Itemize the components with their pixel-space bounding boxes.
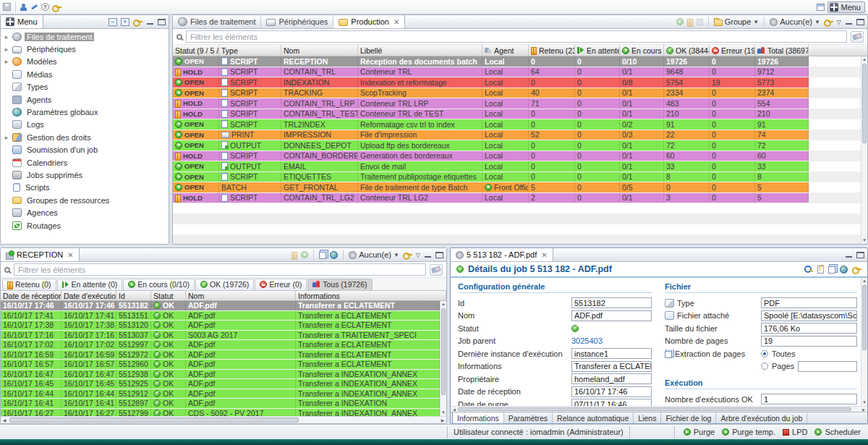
production-row[interactable]: OPENSCRIPTTRL2INDEXReformatage csv trl t… [173,119,809,130]
reception-row[interactable]: 16/10/17 17:4116/10/17 17:415513151OKADF… [1,311,440,321]
column-header-agent[interactable]: Agent [482,45,529,56]
status-tab-retenu-0[interactable]: Retenu (0) [2,279,56,290]
stop-queue-icon[interactable] [697,19,703,25]
bottom-tab-liens[interactable]: Liens [634,412,661,423]
reception-filter-input[interactable]: Filtrer les éléments [14,263,426,276]
status-tab-en-cours-0-10[interactable]: En cours (0/10) [123,279,195,290]
clear-filter-button[interactable] [851,31,864,43]
reception-row[interactable]: 16/10/17 17:1616/10/17 17:165513037OKS00… [1,331,440,340]
production-row[interactable]: OPENPRINTIMPRESSIONFile d'impressionLoca… [173,130,809,140]
status-tab-en-attente-0[interactable]: En attente (0) [57,279,123,290]
start-queue-icon[interactable] [676,18,684,25]
production-row[interactable]: HOLDSCRIPTCONTAIN_TRL_LG2Conteneur TRL L… [173,193,809,203]
column-header-erreur-19[interactable]: Erreur (19) [710,45,755,56]
group-button[interactable]: Groupe ▼ [714,17,760,26]
field-input[interactable]: 19 [761,336,857,347]
production-row[interactable]: HOLDSCRIPTCONTAIN_TRLConteneur TRLLocal6… [173,67,809,77]
status-tab-erreur-0[interactable]: Erreur (0) [255,279,307,290]
column-header-date-de-r-ception[interactable]: Date de réception▼ [1,291,61,300]
vertical-scrollbar[interactable]: ▲ ▼ [861,278,867,406]
minimize-icon[interactable] [845,252,853,258]
close-icon[interactable]: ✕ [541,251,547,259]
column-header-date-d-ex-cution[interactable]: Date d'exécution [61,291,116,300]
view-file-icon[interactable] [804,266,813,273]
menu-item-routages[interactable]: Routages [1,219,169,232]
reception-row[interactable]: 16/10/17 16:4516/10/17 16:455512925OKADF… [1,379,440,389]
menu-item-gestion-des-droits[interactable]: ▸Gestion des droits [1,131,169,143]
menu-item-agents[interactable]: Agents [1,93,169,106]
production-row[interactable]: HOLDSCRIPTCONTAIN_TRL_TESTConteneur TRL … [173,109,809,119]
reception-row[interactable]: 16/10/17 16:2716/10/17 16:275512799OKCDS… [1,409,440,417]
view-settings-icon[interactable] [133,19,142,25]
production-row[interactable]: HOLDSCRIPTCONTAIN_TRL_LRPConteneur TRL L… [173,98,809,109]
job-parent-link[interactable]: 3025403 [571,336,603,345]
menu-item-soumission-d-un-job[interactable]: Soumission d'un job [1,144,169,156]
view-menu-icon[interactable]: ▽ [416,252,420,258]
production-row[interactable]: OPENOUTPUTDONNEES_DEPOTUpload ftp des bo… [173,140,809,151]
open-perspective-icon[interactable] [817,4,825,11]
attachment-icon[interactable] [817,266,824,274]
reception-row[interactable]: 16/10/17 16:5716/10/17 16:575512960OKADF… [1,360,440,369]
column-header-en-attente-0[interactable]: En attente (0 [575,45,620,56]
bottom-tab-informations[interactable]: Informations [452,412,504,423]
field-input[interactable]: 5513182 [571,297,652,308]
release-icon[interactable] [301,251,308,258]
field-input[interactable]: 176,06 Ko [761,323,857,334]
maximize-icon[interactable] [158,19,166,25]
production-row[interactable]: OPENOUTPUTEMAILEnvoi de mailLocal000/133… [173,161,809,171]
column-header-informations[interactable]: Informations [296,291,446,300]
radio-toutes[interactable] [761,350,768,357]
status-tab-ok-19726[interactable]: OK (19726) [195,279,254,290]
menu-item-m-dias[interactable]: Médias [1,68,169,80]
view-settings-icon[interactable] [403,252,412,258]
column-header-statut-9-5-0[interactable]: Statut (9 / 5 / 0 [173,45,219,56]
field-input[interactable]: instance1 [571,348,652,359]
field-input[interactable]: homeland_adf [571,373,652,384]
field-input[interactable]: Spoolé [E:\datasyscom\ScopIOM\JOBS\182\5… [761,310,857,321]
close-icon[interactable]: ✕ [67,251,73,259]
menu-item-logs[interactable]: Logs [1,119,169,131]
filter-none-button[interactable]: Aucun(e) ▼ [770,17,820,26]
tab-files-de-traitement[interactable]: Files de traitement [173,15,261,28]
reception-view-tab[interactable]: RECEPTION ✕ [1,248,80,261]
menu-item-files-de-traitement[interactable]: ▸Files de traitement [1,30,169,43]
menu-view-tab[interactable]: Menu [1,15,43,28]
column-header-total-38697[interactable]: Total (38697)▼ [755,45,809,56]
field-input[interactable]: ADF.pdf [571,310,652,321]
bottom-tab-fichier-de-log[interactable]: Fichier de log [661,412,716,423]
hold-icon[interactable] [292,252,297,258]
bottom-tab-arbre-d-ex-cution-du-job[interactable]: Arbre d'exécution du job [716,412,807,423]
expand-all-icon[interactable]: + [121,18,129,26]
hold-queue-icon[interactable] [687,19,693,25]
menu-item-calendriers[interactable]: Calendriers [1,156,169,169]
bottom-tab-param-tres[interactable]: Paramètres [504,412,553,423]
production-row[interactable]: OPENSCRIPTINDEXATIONIndexation et reform… [173,77,809,88]
maximize-icon[interactable] [435,252,443,258]
menu-item-mod-les[interactable]: ▸Modèles [1,56,169,68]
vertical-scrollbar[interactable]: ▲ ▼ [861,56,867,244]
column-header-retenu-234[interactable]: Retenu (234) [529,45,575,56]
column-header-en-cours-0[interactable]: En cours (0) [620,45,664,56]
job-settings-icon[interactable] [852,266,861,272]
menu-item-agences[interactable]: Agences [1,206,169,219]
reception-row[interactable]: 16/10/17 16:4116/10/17 16:415512897OKADF… [1,399,440,408]
help-icon[interactable]: ? [41,3,49,11]
reception-row[interactable]: 16/10/17 16:4416/10/17 16:445512912OKADF… [1,389,440,399]
reception-row[interactable]: 16/10/17 17:0216/10/17 17:025512997OKADF… [1,340,440,349]
tab-p-riph-riques[interactable]: Périphériques [261,15,333,28]
maximize-icon[interactable] [856,19,864,25]
menu-item-jobs-supprim-s[interactable]: Jobs supprimés [1,169,169,181]
field-input[interactable]: 16/10/17 17:46 [571,386,652,397]
job-detail-tab[interactable]: 5 513 182 - ADF.pdf ✕ [451,248,553,261]
menu-item-p-riph-riques[interactable]: ▸Périphériques [1,43,169,55]
view-settings-icon[interactable] [824,19,833,25]
globe-icon[interactable] [330,251,338,259]
reception-row[interactable]: 16/10/17 17:3816/10/17 17:385513120OKADF… [1,321,440,330]
column-header-nom[interactable]: Nom [281,45,358,56]
horizontal-scrollbar[interactable]: ◀ ▶ [1,416,446,423]
close-icon[interactable]: ✕ [393,18,399,26]
production-row[interactable]: OPENSCRIPTETIQUETTESTraitement publipost… [173,172,809,182]
production-filter-input[interactable]: Filtrer les éléments [186,30,847,43]
tab-production[interactable]: Production✕ [333,15,405,28]
column-header-id[interactable]: Id [116,291,151,300]
